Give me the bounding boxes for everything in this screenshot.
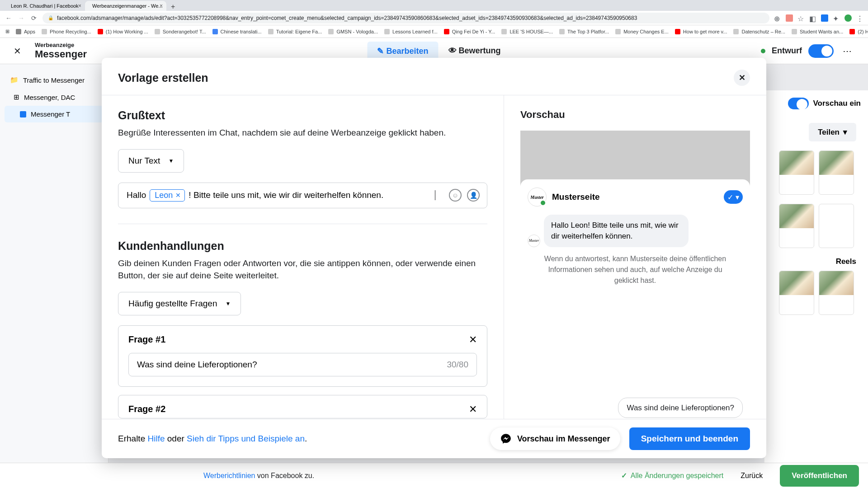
preview-thumbnail[interactable] [819,271,854,315]
actions-section-title: Kundenhandlungen [118,239,487,253]
save-and-exit-button[interactable]: Speichern und beenden [629,427,750,450]
preview-thumbnail[interactable] [779,271,814,315]
review-button[interactable]: 👁 Bewertung [448,46,501,56]
bookmark-item[interactable]: Lessons Learned f... [384,29,438,34]
preview-in-messenger-button[interactable]: Vorschau im Messenger [490,427,620,450]
close-icon[interactable]: ✕ [469,404,477,415]
fb-ext-icon[interactable] [821,14,828,22]
url-input[interactable]: 🔒 facebook.com/adsmanager/manage/ads/edi… [42,13,769,23]
tree-adset[interactable]: ⊞ Messenger, DAC [5,89,104,106]
preview-thumbnail[interactable] [819,204,854,248]
status-dot [761,49,765,53]
modal-footer: Erhalte Hilfe oder Sieh dir Tipps und Be… [102,419,766,458]
bookmark-item[interactable]: How to get more v... [675,29,727,34]
preview-panel: Vorschau ein Teilen ▾ Reels [764,90,868,470]
template-form: Grußtext Begrüße Interessenten im Chat, … [102,95,504,419]
examples-link[interactable]: Sieh dir Tipps und Beispiele an [187,434,305,443]
tab-title: Werbeanzeigenmanager - We... [92,3,163,9]
question-input[interactable]: Was sind deine Lieferoptionen? 30/80 [128,353,477,376]
preview-toggle[interactable] [788,98,809,109]
publish-button[interactable]: Veröffentlichen [780,465,859,487]
preview-thumbnail[interactable] [779,150,814,195]
close-icon[interactable]: ✕ [734,70,750,86]
preview-toggle-label: Vorschau ein [813,99,861,108]
saved-status: Alle Änderungen gespeichert [621,471,723,480]
policy-text: Werberichtlinien von Facebook zu. [203,472,314,480]
chat-disclaimer: Wenn du antwortest, kann Musterseite dei… [528,253,743,286]
quick-reply-chip[interactable]: Was sind deine Lieferoptionen? [618,398,743,418]
question-card-2: Frage #2 ✕ [118,395,487,418]
bookmark-item[interactable]: Tutorial: Eigene Fa... [268,29,322,34]
bottom-action-bar: Werberichtlinien von Facebook zu. Alle Ä… [0,463,868,488]
close-icon[interactable]: × [78,3,81,9]
addr-icons: ⊕ ☆ ◧ ✦ ⋮ [774,14,863,22]
browser-tab-0[interactable]: Leon R. Chaudhari | Facebook × [4,1,85,11]
bookmark-item[interactable]: (1) How Working ... [98,29,148,34]
chat-window: Muster Musterseite ✓ ▾ Muster Hallo Leon… [520,179,750,419]
template-preview: Vorschau Muster Musterseite ✓ ▾ Muster H… [504,95,766,419]
ext-icon[interactable]: ◧ [809,14,816,22]
bookmark-item[interactable]: Phone Recycling... [42,29,91,34]
phone-preview: Muster Musterseite ✓ ▾ Muster Hallo Leon… [520,131,750,419]
puzzle-icon[interactable]: ✦ [833,14,840,22]
share-button[interactable]: Teilen ▾ [809,123,856,141]
browser-tab-1[interactable]: Werbeanzeigenmanager - We... × [85,1,166,11]
bookmark-item[interactable]: Student Wants an... [792,29,843,34]
status-toggle[interactable] [808,44,834,58]
actions-desc: Gib deinen Kunden Fragen oder Antworten … [118,257,487,282]
avatar-icon[interactable] [844,14,852,22]
back-button[interactable]: Zurück [731,466,772,485]
help-link[interactable]: Hilfe [147,434,165,443]
dropdown-label: Häufig gestellte Fragen [128,299,217,309]
accept-button[interactable]: ✓ ▾ [724,190,743,204]
new-tab-button[interactable]: + [166,3,179,11]
bookmarks-bar: ⊞ Apps Phone Recycling... (1) How Workin… [0,25,868,38]
page-avatar: Muster [528,188,547,206]
bookmark-item[interactable]: Money Changes E... [615,29,669,34]
small-avatar: Muster [528,235,540,247]
button-label: Vorschau im Messenger [517,434,610,444]
tree-ad[interactable]: Messenger T [5,106,104,122]
close-icon[interactable]: × [160,3,163,9]
structure-tree: 📁 Traffic to Messenger ⊞ Messenger, DAC … [0,64,108,488]
star-icon[interactable]: ☆ [797,14,805,22]
action-type-dropdown[interactable]: Häufig gestellte Fragen ▼ [118,292,241,315]
bookmark-item[interactable]: Chinese translati... [212,29,262,34]
apps-icon[interactable]: ⊞ [5,28,9,34]
policy-link[interactable]: Werberichtlinien [203,472,255,479]
reload-icon[interactable]: ⟳ [30,14,38,22]
ext-icon[interactable] [786,14,793,22]
close-icon[interactable]: ✕ [14,46,21,56]
page-name: Musterseite [552,192,718,202]
bookmark-item[interactable]: Apps [16,29,35,34]
person-icon[interactable]: 👤 [467,189,480,202]
preview-thumbnail[interactable] [779,204,814,248]
forward-icon[interactable]: → [17,14,25,22]
greeting-text-input[interactable]: Hallo Leon ✕ ! Bitte teile uns mit, wie … [118,183,487,208]
bookmark-item[interactable]: The Top 3 Platfor... [559,29,609,34]
bookmark-item[interactable]: Sonderangebot! T... [155,29,206,34]
bookmark-item[interactable]: Qing Fei De Yi - Y... [444,29,495,34]
messenger-icon [500,433,512,445]
bookmark-item[interactable]: LEE 'S HOUSE—... [501,29,553,34]
bookmark-item[interactable]: GMSN - Vologda... [328,29,378,34]
format-dropdown[interactable]: Nur Text ▼ [118,149,184,173]
more-icon[interactable]: ⋯ [840,44,854,58]
menu-icon[interactable]: ⋮ [856,14,863,22]
footer-help-text: Erhalte Hilfe oder Sieh dir Tipps und Be… [118,434,307,444]
dropdown-label: Nur Text [128,156,160,166]
remove-token-icon[interactable]: ✕ [175,192,181,199]
tree-campaign[interactable]: 📁 Traffic to Messenger [5,71,104,89]
bookmark-item[interactable]: (2) How To Add A... [849,29,868,34]
tab-title: Leon R. Chaudhari | Facebook [11,3,79,9]
zoom-icon[interactable]: ⊕ [774,14,781,22]
bookmark-item[interactable]: Datenschutz – Re... [733,29,785,34]
emoji-icon[interactable]: ☺ [449,189,462,202]
close-icon[interactable]: ✕ [469,334,477,346]
back-icon[interactable]: ← [5,14,13,22]
reels-label: Reels [772,257,861,266]
status-label: Entwurf [772,46,802,56]
personalization-token[interactable]: Leon ✕ [150,189,185,202]
preview-thumbnail[interactable] [819,150,854,195]
greeting-bubble: Hallo Leon! Bitte teile uns mit, wie wir… [544,215,689,247]
